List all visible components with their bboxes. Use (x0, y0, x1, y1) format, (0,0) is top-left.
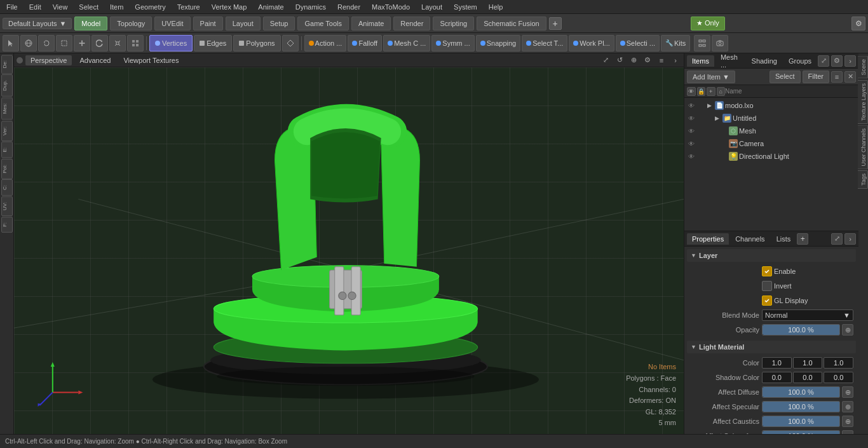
tree-item-untitled[interactable]: 👁 ▶ 📁 Untitled (684, 112, 858, 125)
eye-icon-camera[interactable]: 👁 (687, 139, 696, 148)
mesh-ops-icon[interactable] (127, 35, 144, 51)
mode-vertices[interactable]: Vertices (149, 35, 193, 51)
tab-paint[interactable]: Paint (193, 17, 223, 31)
tree-item-mesh[interactable]: 👁 ⬡ Mesh (684, 125, 858, 137)
tab-layout[interactable]: Layout (226, 17, 261, 31)
scale-icon[interactable] (109, 35, 126, 51)
rect-select-icon[interactable] (56, 35, 72, 51)
items-tab-mesh[interactable]: Mesh ... (715, 51, 745, 71)
lasso-icon[interactable] (38, 35, 55, 51)
affect-specular-slider[interactable]: 100.0 % (762, 401, 840, 412)
props-chevron-btn[interactable]: › (844, 233, 856, 245)
move-icon[interactable] (74, 35, 90, 51)
eye-col-icon[interactable]: 👁 (687, 87, 696, 96)
tab-schematic-fusion[interactable]: Schematic Fusion (477, 17, 546, 31)
lock-icon-light[interactable] (697, 152, 706, 161)
side-tab-scene[interactable]: Scene (858, 56, 868, 79)
invert-checkbox[interactable] (762, 281, 772, 291)
filter-col-icon[interactable]: ⌂ (717, 87, 726, 96)
polygon-type-icon[interactable] (282, 35, 299, 51)
eye-icon-modo[interactable]: 👁 (687, 101, 696, 110)
selecti-button[interactable]: Selecti ... (616, 35, 660, 51)
sidebar-tab-pol[interactable]: Pol: (1, 159, 13, 179)
gl-checkbox[interactable] (762, 295, 772, 306)
tab-scripting[interactable]: Scripting (433, 17, 474, 31)
mesh-c-button[interactable]: Mesh C ... (383, 35, 430, 51)
menu-layout[interactable]: Layout (417, 2, 446, 12)
layout-dropdown[interactable]: Default Layouts ▼ (3, 18, 72, 29)
menu-help[interactable]: Help (485, 2, 507, 12)
symmetry-button[interactable]: Symm ... (431, 35, 474, 51)
sidebar-tab-dup[interactable]: Dup. (1, 74, 13, 97)
fullscreen-button[interactable] (694, 35, 710, 51)
scene-canvas[interactable]: No Items Polygons : Face Channels: 0 Def… (14, 67, 684, 434)
mode-edges[interactable]: Edges (194, 35, 232, 51)
vp-icon-chevron[interactable]: › (670, 55, 681, 66)
affect-specular-expand[interactable]: ⊕ (842, 401, 853, 412)
eye-icon-mesh[interactable]: 👁 (687, 126, 696, 135)
menu-texture[interactable]: Texture (173, 2, 204, 12)
items-chevron-btn[interactable]: › (844, 55, 856, 67)
menu-animate[interactable]: Animate (254, 2, 287, 12)
affect-caustics-slider[interactable]: 100.0 % (762, 416, 840, 427)
props-plus-btn[interactable]: + (797, 233, 808, 245)
items-close-icon[interactable]: ✕ (844, 71, 856, 83)
menu-select[interactable]: Select (75, 2, 102, 12)
affect-diffuse-expand[interactable]: ⊕ (842, 386, 853, 398)
add-item-button[interactable]: Add Item ▼ (687, 71, 735, 83)
sidebar-tab-de[interactable]: De: (1, 55, 13, 74)
vp-icon-refresh[interactable]: ↺ (614, 55, 625, 66)
add-col-icon[interactable]: + (707, 87, 715, 96)
lock-icon-modo[interactable] (697, 101, 706, 110)
tab-game-tools[interactable]: Game Tools (297, 17, 349, 31)
menu-edit[interactable]: Edit (25, 2, 45, 12)
props-tab-lists[interactable]: Lists (771, 233, 796, 245)
select-mode-icon[interactable] (3, 35, 19, 51)
shadow-b-field[interactable]: 0.0 (824, 372, 853, 383)
items-filter-button[interactable]: Filter (803, 71, 829, 83)
world-icon[interactable] (20, 35, 37, 51)
vp-icon-expand[interactable]: ⤢ (600, 55, 611, 66)
items-select-button[interactable]: Select (770, 71, 801, 83)
camera-icon-btn[interactable] (712, 35, 728, 51)
props-expand-btn[interactable]: ⤢ (831, 233, 843, 245)
sidebar-tab-mes[interactable]: Mes: (1, 97, 13, 119)
shadow-r-field[interactable]: 0.0 (762, 372, 792, 383)
tab-setup[interactable]: Setup (263, 17, 295, 31)
lock-icon-camera[interactable] (697, 139, 706, 148)
affect-caustics-expand[interactable]: ⊕ (842, 416, 853, 427)
items-tab-groups[interactable]: Groups (783, 55, 817, 67)
vp-tab-advanced[interactable]: Advanced (74, 55, 116, 65)
blend-mode-dropdown[interactable]: Normal ▼ (762, 309, 853, 321)
side-tab-tags[interactable]: Tags (858, 170, 868, 189)
color-g-field[interactable]: 1.0 (793, 357, 823, 369)
menu-file[interactable]: File (3, 2, 22, 12)
menu-system[interactable]: System (450, 2, 481, 12)
props-tab-channels[interactable]: Channels (730, 233, 770, 245)
side-tab-texture-layers[interactable]: Texture Layers (858, 80, 868, 124)
sidebar-tab-c[interactable]: C: (1, 179, 13, 196)
layer-section-header[interactable]: ▼ Layer (687, 249, 856, 262)
falloff-button[interactable]: Falloff (348, 35, 382, 51)
mode-polygons[interactable]: Polygons (233, 35, 280, 51)
tab-uvedit[interactable]: UVEdit (154, 17, 190, 31)
vp-tab-perspective[interactable]: Perspective (25, 55, 72, 65)
viewport[interactable]: Perspective Advanced Viewport Textures ⤢… (14, 53, 684, 434)
settings-button[interactable]: ⚙ (851, 17, 865, 31)
vp-icon-menu[interactable]: ≡ (656, 55, 667, 66)
tab-render[interactable]: Render (393, 17, 430, 31)
shadow-g-field[interactable]: 0.0 (793, 372, 823, 383)
menu-item[interactable]: Item (106, 2, 127, 12)
sidebar-tab-ver[interactable]: Ver: (1, 121, 13, 141)
lock-icon-mesh[interactable] (697, 126, 706, 135)
eye-icon-untitled[interactable]: 👁 (687, 114, 696, 123)
color-r-field[interactable]: 1.0 (762, 357, 792, 369)
tree-item-camera[interactable]: 👁 📷 Camera (684, 137, 858, 150)
star-only-button[interactable]: ★ Only (691, 17, 725, 31)
enable-checkbox[interactable] (762, 266, 772, 276)
rotate-icon[interactable] (92, 35, 108, 51)
vp-tab-textures[interactable]: Viewport Textures (118, 55, 184, 65)
affect-subsurface-expand[interactable]: ⊕ (842, 430, 853, 434)
menu-maxtomode[interactable]: MaxToModo (368, 2, 414, 12)
menu-vertex-map[interactable]: Vertex Map (208, 2, 251, 12)
